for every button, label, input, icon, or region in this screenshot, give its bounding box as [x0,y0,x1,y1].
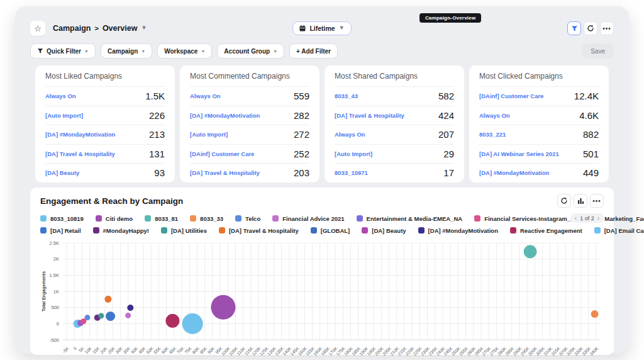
chevron-down-icon: ▼ [273,49,277,53]
campaign-link[interactable]: [DA] #MondayMotivation [190,112,260,119]
legend-item[interactable]: Citi demo [96,215,133,222]
filter-chip-workspace[interactable]: Workspace▼ [157,43,212,59]
campaign-link[interactable]: [DAinf] Customer Care [479,93,543,99]
legend-item[interactable]: 8033_81 [145,215,178,222]
x-tick-label: 35K [123,346,131,355]
campaign-value: 559 [294,91,309,101]
campaign-link[interactable]: [DAinf] Customer Care [190,150,254,157]
favorite-button[interactable]: ☆ [30,21,45,36]
legend-label: [DA] Travel & Hospitality [229,227,299,234]
campaign-value: 12.4K [574,91,599,101]
filter-chip-account-group[interactable]: Account Group▼ [217,43,284,59]
campaign-link[interactable]: [DA] AI Webinar Series 2021 [479,150,559,157]
breadcrumb[interactable]: Campaign > Overview ▼ [53,24,147,33]
legend-item[interactable]: 8033_10819 [40,215,84,222]
time-range-dropdown[interactable]: Lifetime ▼ [292,21,351,35]
campaign-link[interactable]: [Auto Import] [45,112,83,119]
legend-item[interactable]: [DA] Retail [40,227,81,234]
refresh-button[interactable] [584,21,597,35]
table-row: [DA] #MondayMotivation282 [190,106,309,125]
filter-button[interactable] [567,21,581,35]
save-button[interactable]: Save [582,43,614,59]
add-filter-button[interactable]: + Add Filter [289,43,338,59]
filter-chip-label: Account Group [224,48,270,55]
legend-swatch [357,215,363,222]
bubble-reactive-engagement[interactable] [165,314,179,328]
legend-swatch [235,215,242,222]
x-tick-label: 15K [92,346,101,355]
dashboard-panel: ☆ Campaign > Overview ▼ Lifetime ▼ [15,6,629,354]
chevron-down-icon: ▼ [141,49,145,53]
chart-more-button[interactable]: ••• [590,194,604,208]
bubble-telco[interactable] [84,315,90,320]
filter-chip-label: Quick Filter [47,48,81,55]
legend-label: [DA] Retail [50,227,81,234]
bubble-citi-demo[interactable] [211,295,235,320]
campaign-value: 29 [443,149,454,159]
campaign-link[interactable]: Always On [45,93,76,99]
legend-item[interactable]: Entertainment & Media-EMEA_NA [357,215,463,222]
campaign-link[interactable]: 8033_43 [335,93,358,99]
chart-type-button[interactable] [574,194,587,208]
campaign-link[interactable]: Always On [335,131,365,138]
bubble--da-mondaymotivation[interactable] [127,305,133,311]
table-row: 8033_43582 [335,86,454,106]
bubble-financial-advice-2021[interactable] [125,313,131,318]
legend-item[interactable]: Reactive Engagement [510,227,582,234]
y-tick-label: 1.5K [50,273,59,278]
campaign-value: 582 [438,91,454,101]
table-row: 8033_221882 [479,125,599,144]
campaign-link[interactable]: [DA] Beauty [45,169,79,176]
campaign-link[interactable]: [Auto Import] [190,131,228,138]
pager-next-button[interactable]: › [597,215,599,222]
campaign-link[interactable]: [DA] Travel & Hospitality [45,150,115,157]
campaign-value: 1.5K [145,91,165,101]
pager-prev-button[interactable]: ‹ [575,215,577,222]
legend-item[interactable]: [DA] Utilities [161,227,207,234]
legend-item[interactable]: [DA] Beauty [362,227,406,234]
breadcrumb-page: Overview [103,24,138,33]
bubble-8033-81[interactable] [524,245,537,258]
bubble--da-utilities[interactable] [98,313,104,318]
card-title: Most Clicked Campaigns [479,72,599,86]
table-row: Always On559 [190,86,309,106]
legend-item[interactable]: Telco [235,215,260,222]
campaign-link[interactable]: [Auto Import] [335,150,372,157]
filter-chip-campaign[interactable]: Campaign▼ [101,43,152,59]
campaign-link[interactable]: [DA] #MondayMotivation [45,131,115,138]
legend-item[interactable]: 8033_33 [190,215,223,222]
y-tick-label: 2K [53,256,59,262]
legend-swatch [594,227,601,233]
table-row: 8033_1097117 [335,163,454,183]
filter-chip-quick-filter[interactable]: Quick Filter▼ [30,43,96,59]
campaign-link[interactable]: 8033_221 [479,131,506,138]
more-button[interactable]: ••• [600,21,614,35]
table-row: Always On4.6K [479,106,599,125]
bubble-8033-10819[interactable] [182,313,203,334]
legend-swatch [362,227,368,233]
legend-item[interactable]: #MondayHappy! [93,227,149,234]
campaign-link[interactable]: 8033_10971 [335,169,368,176]
x-tick-label: 20K [99,346,108,355]
legend-label: [DA] #MondayMotivation [428,227,498,234]
bubble--da-retail[interactable] [106,312,115,321]
campaign-link[interactable]: Always On [190,93,221,99]
table-row: [Auto Import]226 [45,106,165,125]
refresh-icon [587,25,594,32]
legend-item[interactable]: [GLOBAL] [311,227,350,234]
campaign-link[interactable]: [DA] Travel & Hospitality [335,112,404,119]
legend-item[interactable]: Financial Advice 2021 [272,215,344,222]
bubble-8033-33[interactable] [591,310,599,318]
chart-refresh-button[interactable] [557,194,571,208]
x-tick-label: -5K [62,346,70,354]
campaign-link[interactable]: Always On [479,112,510,119]
table-row: [DA] Travel & Hospitality131 [45,144,165,164]
campaign-link[interactable]: [DA] #MondayMotivation [479,169,549,176]
legend-item[interactable]: Financial Services-Instagram_Blog_Email … [474,215,644,222]
bubble--da-travel-hospitality[interactable] [104,296,111,303]
campaign-link[interactable]: [DA] Travel & Hospitality [190,169,260,176]
breadcrumb-separator: > [94,25,98,32]
legend-item[interactable]: [DA] Email Care [594,227,644,234]
legend-item[interactable]: [DA] Travel & Hospitality [219,227,299,234]
legend-item[interactable]: [DA] #MondayMotivation [418,227,498,234]
